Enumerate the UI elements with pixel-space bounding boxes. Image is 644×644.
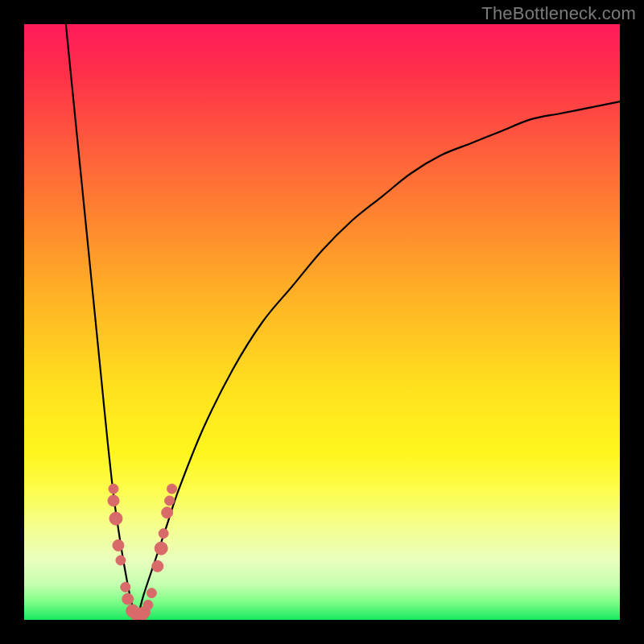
scatter-dot xyxy=(152,560,163,572)
scatter-dot xyxy=(167,484,177,493)
scatter-dot xyxy=(121,582,130,592)
scatter-dot xyxy=(109,512,122,525)
scatter-dot xyxy=(155,542,167,555)
scatter-dot xyxy=(109,484,118,493)
scatter-dot xyxy=(113,540,124,551)
scatter-dot xyxy=(143,601,153,610)
chart-svg xyxy=(24,24,620,620)
chart-frame: TheBottleneck.com xyxy=(0,0,644,644)
scatter-dot xyxy=(162,507,173,518)
curve-group xyxy=(66,24,620,620)
plot-area xyxy=(24,24,620,620)
scatter-dot xyxy=(122,593,134,605)
scatter-dot xyxy=(116,555,126,565)
scatter-dot xyxy=(165,496,175,506)
scatter-dot xyxy=(147,588,156,598)
curve-right-branch xyxy=(138,101,620,620)
scatter-dot xyxy=(159,529,168,539)
curve-left-branch xyxy=(66,24,138,620)
watermark-text: TheBottleneck.com xyxy=(481,3,636,24)
scatter-dot xyxy=(108,495,119,506)
